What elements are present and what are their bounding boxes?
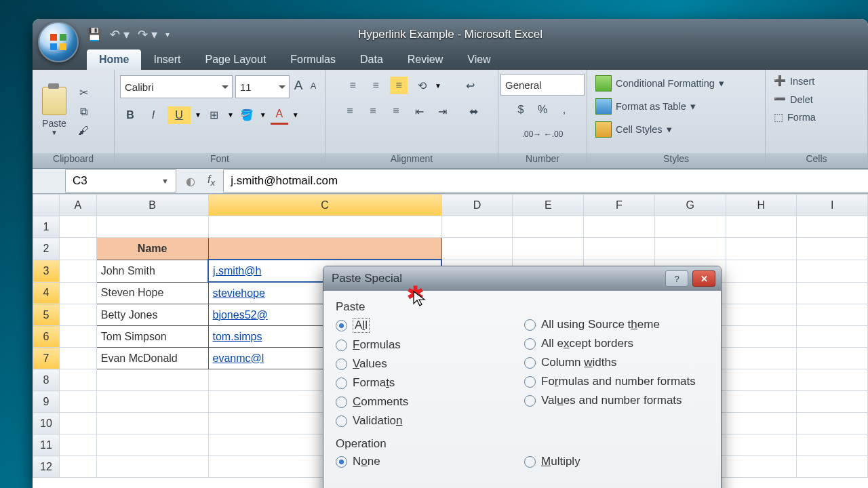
cell-A8[interactable] bbox=[59, 369, 96, 391]
cell-H12[interactable] bbox=[726, 456, 797, 478]
row-header-8[interactable]: 8 bbox=[33, 369, 60, 391]
cell-A3[interactable] bbox=[59, 260, 96, 282]
cell-A11[interactable] bbox=[59, 434, 96, 456]
underline-button[interactable]: U bbox=[167, 106, 191, 124]
cell-H1[interactable] bbox=[726, 216, 797, 238]
format-cells-button[interactable]: ⬚Forma bbox=[771, 110, 818, 124]
cell-I4[interactable] bbox=[797, 282, 868, 304]
cell-B8[interactable] bbox=[96, 369, 208, 391]
row-header-7[interactable]: 7 bbox=[33, 348, 60, 369]
col-header-D[interactable]: D bbox=[441, 195, 513, 216]
cut-icon[interactable]: ✂ bbox=[75, 84, 92, 102]
tab-view[interactable]: View bbox=[455, 49, 502, 70]
radio-formulas[interactable]: Formulas bbox=[336, 338, 524, 352]
cell-I8[interactable] bbox=[797, 369, 868, 391]
tab-home[interactable]: Home bbox=[87, 49, 141, 70]
radio-validation[interactable]: Validation bbox=[336, 414, 524, 428]
redo-icon[interactable]: ↷ ▾ bbox=[138, 27, 157, 42]
cell-D1[interactable] bbox=[441, 216, 513, 238]
cell-I9[interactable] bbox=[797, 391, 868, 413]
radio-form-num[interactable]: Formulas and number formats bbox=[524, 375, 696, 388]
cell-A12[interactable] bbox=[59, 456, 96, 478]
cell-I1[interactable] bbox=[797, 216, 868, 238]
cell-H11[interactable] bbox=[726, 434, 797, 456]
cell-A6[interactable] bbox=[59, 326, 96, 348]
formula-input[interactable]: j.smith@hotmail.com bbox=[223, 169, 868, 192]
cell-H3[interactable] bbox=[726, 260, 797, 282]
qat-customize-icon[interactable]: ▾ bbox=[165, 30, 170, 39]
cell-A4[interactable] bbox=[59, 282, 96, 304]
fx-icon[interactable]: fx bbox=[199, 174, 223, 188]
tab-formulas[interactable]: Formulas bbox=[278, 49, 348, 70]
copy-icon[interactable]: ⧉ bbox=[75, 103, 92, 121]
cell-I3[interactable] bbox=[797, 260, 868, 282]
tab-data[interactable]: Data bbox=[348, 49, 395, 70]
radio-val-num[interactable]: Values and number formats bbox=[524, 394, 696, 407]
cell-B9[interactable] bbox=[96, 391, 208, 413]
cell-H8[interactable] bbox=[726, 369, 797, 391]
borders-button[interactable]: ⊞ bbox=[205, 106, 223, 124]
col-header-H[interactable]: H bbox=[726, 195, 797, 216]
cell-H10[interactable] bbox=[726, 413, 797, 434]
cancel-icon[interactable]: ◐ bbox=[182, 175, 199, 188]
radio-except-bord[interactable]: All except borders bbox=[524, 337, 696, 350]
radio-all-theme[interactable]: All using Source theme bbox=[524, 318, 696, 331]
align-middle-icon[interactable]: ≡ bbox=[367, 77, 384, 94]
cell-I10[interactable] bbox=[797, 413, 868, 434]
dialog-title-bar[interactable]: Paste Special ? ✕ bbox=[323, 266, 721, 291]
orientation-icon[interactable]: ⟲ bbox=[413, 77, 431, 94]
cell-A2[interactable] bbox=[59, 238, 96, 260]
row-header-4[interactable]: 4 bbox=[33, 282, 60, 304]
cell-A1[interactable] bbox=[59, 216, 96, 238]
cell-H2[interactable] bbox=[726, 238, 797, 260]
cell-D2[interactable] bbox=[441, 238, 513, 260]
cell-A7[interactable] bbox=[59, 348, 96, 369]
row-header-2[interactable]: 2 bbox=[33, 238, 60, 260]
cell-B5[interactable]: Betty Jones bbox=[96, 304, 208, 326]
cell-B12[interactable] bbox=[96, 456, 208, 478]
cell-H6[interactable] bbox=[726, 326, 797, 348]
save-icon[interactable]: 💾 bbox=[87, 27, 102, 42]
cell-E1[interactable] bbox=[513, 216, 584, 238]
col-header-B[interactable]: B bbox=[96, 195, 208, 216]
grow-font-icon[interactable]: A bbox=[294, 77, 303, 94]
cell-B4[interactable]: Steven Hope bbox=[96, 282, 208, 304]
cell-B3[interactable]: John Smith bbox=[96, 260, 208, 282]
cell-E2[interactable] bbox=[513, 238, 584, 260]
cell-G1[interactable] bbox=[654, 216, 726, 238]
cell-H4[interactable] bbox=[726, 282, 797, 304]
cell-B2[interactable]: Name bbox=[96, 238, 208, 260]
row-header-1[interactable]: 1 bbox=[33, 216, 60, 238]
radio-all[interactable]: All bbox=[336, 318, 524, 333]
align-left-icon[interactable]: ≡ bbox=[341, 102, 359, 120]
col-header-A[interactable]: A bbox=[59, 195, 96, 216]
row-header-5[interactable]: 5 bbox=[33, 304, 60, 326]
cell-C2[interactable] bbox=[208, 238, 441, 260]
font-color-button[interactable]: A bbox=[271, 105, 288, 125]
cell-C1[interactable] bbox=[208, 216, 441, 238]
align-top-icon[interactable]: ≡ bbox=[344, 77, 361, 94]
fill-color-button[interactable]: 🪣 bbox=[238, 106, 256, 124]
cell-H9[interactable] bbox=[726, 391, 797, 413]
decrease-indent-icon[interactable]: ⇤ bbox=[410, 102, 428, 120]
dialog-help-button[interactable]: ? bbox=[665, 270, 688, 287]
col-header-I[interactable]: I bbox=[797, 195, 868, 216]
select-all-corner[interactable] bbox=[33, 195, 60, 216]
dialog-close-button[interactable]: ✕ bbox=[692, 270, 715, 287]
cell-I12[interactable] bbox=[797, 456, 868, 478]
number-format-select[interactable] bbox=[500, 74, 585, 96]
cell-I6[interactable] bbox=[797, 326, 868, 348]
cell-F1[interactable] bbox=[584, 216, 655, 238]
align-right-icon[interactable]: ≡ bbox=[387, 102, 405, 120]
office-button[interactable] bbox=[38, 22, 79, 62]
wrap-text-icon[interactable]: ↩ bbox=[462, 77, 479, 94]
decrease-decimal-icon[interactable]: ←.00 bbox=[545, 125, 562, 143]
row-header-6[interactable]: 6 bbox=[33, 326, 60, 348]
tab-review[interactable]: Review bbox=[395, 49, 455, 70]
format-painter-icon[interactable]: 🖌 bbox=[75, 122, 92, 140]
paste-button[interactable]: Paste ▼ bbox=[35, 84, 73, 139]
col-header-E[interactable]: E bbox=[513, 195, 584, 216]
row-header-10[interactable]: 10 bbox=[33, 413, 60, 434]
cell-H5[interactable] bbox=[726, 304, 797, 326]
radio-comments[interactable]: Comments bbox=[336, 395, 524, 409]
